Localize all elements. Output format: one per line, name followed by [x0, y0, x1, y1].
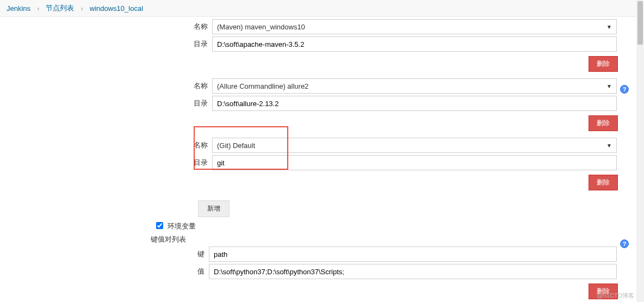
breadcrumb-link-node-name[interactable]: windows10_local	[90, 4, 143, 13]
delete-button-git[interactable]: 删除	[589, 175, 618, 190]
tool-name-value: (Git) Default	[217, 141, 255, 150]
tool-dir-input-maven[interactable]	[212, 36, 617, 52]
chevron-down-icon: ▼	[606, 143, 612, 149]
env-value-label: 值	[0, 267, 209, 276]
tool-name-select-maven[interactable]: (Maven) maven_windows10 ▼	[212, 19, 617, 34]
watermark: @51CTO博客	[597, 292, 634, 300]
delete-button-allure[interactable]: 删除	[589, 115, 618, 131]
help-icon[interactable]: ?	[620, 239, 629, 248]
tool-name-value: (Maven) maven_windows10	[217, 23, 305, 31]
tool-name-value: (Allure Commandline) allure2	[217, 82, 308, 90]
chevron-down-icon: ▼	[606, 24, 612, 30]
main-content: 名称 (Maven) maven_windows10 ▼ 目录 删除 名称 (A…	[0, 19, 644, 302]
tool-dir-input-git[interactable]	[212, 155, 617, 170]
chevron-down-icon: ▼	[606, 83, 612, 89]
tool-dir-input-allure[interactable]	[212, 96, 617, 111]
kv-list-label: 键值对列表	[0, 235, 190, 244]
tool-name-label: 名称	[0, 81, 212, 91]
tool-dir-label: 目录	[0, 98, 212, 108]
env-vars-label: 环境变量	[168, 221, 196, 231]
breadcrumb: Jenkins › 节点列表 › windows10_local	[0, 0, 644, 17]
chevron-right-icon: ›	[81, 4, 83, 13]
breadcrumb-link-nodes[interactable]: 节点列表	[46, 3, 74, 13]
env-vars-checkbox[interactable]	[156, 222, 163, 229]
tool-name-label: 名称	[0, 140, 212, 150]
chevron-right-icon: ›	[37, 4, 39, 13]
scrollbar-track[interactable]	[636, 0, 644, 302]
env-value-input[interactable]	[209, 264, 617, 279]
help-icon[interactable]: ?	[620, 85, 629, 94]
env-key-input[interactable]	[209, 246, 617, 262]
tool-name-select-git[interactable]: (Git) Default ▼	[212, 138, 617, 153]
tool-dir-label: 目录	[0, 39, 212, 49]
tool-dir-label: 目录	[0, 158, 212, 168]
delete-button-maven[interactable]: 删除	[589, 56, 618, 72]
tool-name-select-allure[interactable]: (Allure Commandline) allure2 ▼	[212, 78, 617, 94]
env-key-label: 键	[0, 249, 209, 259]
add-tool-button[interactable]: 新增	[198, 200, 230, 217]
scrollbar-thumb[interactable]	[637, 1, 643, 45]
tool-name-label: 名称	[0, 22, 212, 32]
breadcrumb-link-jenkins[interactable]: Jenkins	[7, 4, 30, 13]
